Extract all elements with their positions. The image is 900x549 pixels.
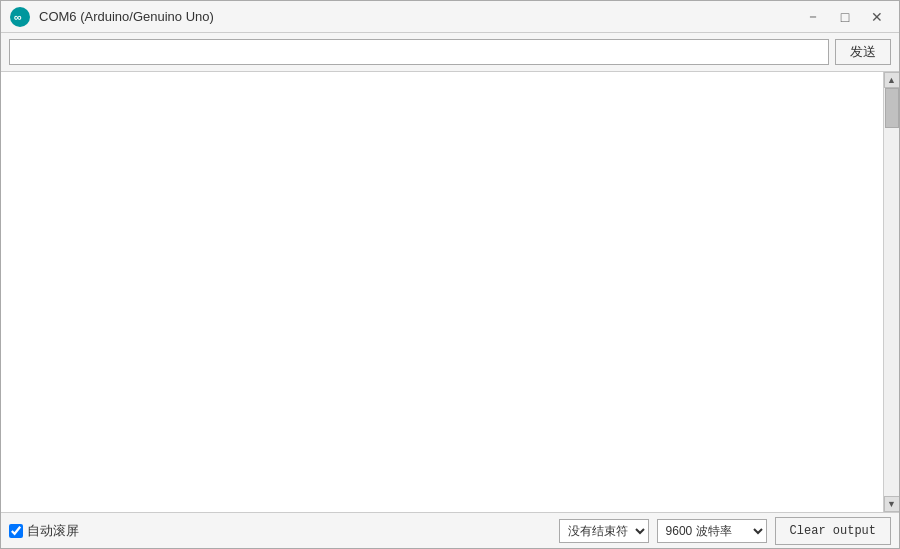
scroll-up-icon: ▲	[887, 75, 896, 85]
scroll-down-icon: ▼	[887, 499, 896, 509]
output-area-wrapper: ▲ ▼	[1, 72, 899, 512]
window-controls: － □ ✕	[799, 6, 891, 28]
scroll-down-button[interactable]: ▼	[884, 496, 900, 512]
status-bar: 自动滚屏 没有结束符 换行符 回车符 两者均有 300 波特率 1200 波特率…	[1, 512, 899, 548]
clear-output-button[interactable]: Clear output	[775, 517, 891, 545]
close-button[interactable]: ✕	[863, 6, 891, 28]
svg-text:∞: ∞	[14, 11, 22, 23]
scrollbar-thumb[interactable]	[885, 88, 899, 128]
input-bar: 发送	[1, 33, 899, 72]
maximize-button[interactable]: □	[831, 6, 859, 28]
scroll-up-button[interactable]: ▲	[884, 72, 900, 88]
send-button[interactable]: 发送	[835, 39, 891, 65]
window-title: COM6 (Arduino/Genuino Uno)	[39, 9, 799, 24]
arduino-logo-icon: ∞	[9, 6, 31, 28]
serial-monitor-window: ∞ COM6 (Arduino/Genuino Uno) － □ ✕ 发送 ▲ …	[0, 0, 900, 549]
autoscroll-check: 自动滚屏	[9, 522, 79, 540]
title-bar: ∞ COM6 (Arduino/Genuino Uno) － □ ✕	[1, 1, 899, 33]
minimize-button[interactable]: －	[799, 6, 827, 28]
line-ending-dropdown[interactable]: 没有结束符 换行符 回车符 两者均有	[559, 519, 649, 543]
scrollbar-thumb-area[interactable]	[884, 88, 899, 496]
baud-rate-dropdown[interactable]: 300 波特率 1200 波特率 2400 波特率 4800 波特率 9600 …	[657, 519, 767, 543]
autoscroll-checkbox[interactable]	[9, 524, 23, 538]
scrollbar-track: ▲ ▼	[883, 72, 899, 512]
autoscroll-label: 自动滚屏	[27, 522, 79, 540]
output-area[interactable]	[1, 72, 883, 512]
serial-input[interactable]	[9, 39, 829, 65]
